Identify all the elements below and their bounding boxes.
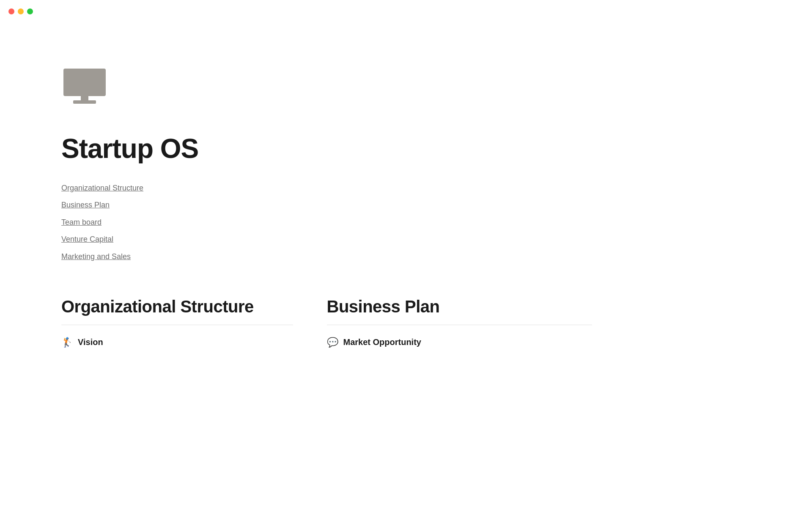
nav-link-business-plan[interactable]: Business Plan xyxy=(61,198,110,212)
section-org-divider xyxy=(61,325,293,325)
section-org-structure: Organizational Structure 🏌️ Vision xyxy=(61,297,327,348)
page-icon xyxy=(61,68,592,108)
nav-link-venture-capital[interactable]: Venture Capital xyxy=(61,232,113,246)
traffic-light-red[interactable] xyxy=(8,8,14,14)
traffic-lights xyxy=(8,8,33,14)
vision-label: Vision xyxy=(78,337,103,347)
nav-link-marketing-sales[interactable]: Marketing and Sales xyxy=(61,250,131,263)
main-content: Startup OS Organizational Structure Busi… xyxy=(0,0,592,382)
section-business-plan-title: Business Plan xyxy=(327,297,593,316)
nav-link-team-board[interactable]: Team board xyxy=(61,215,102,229)
svg-rect-2 xyxy=(81,96,88,100)
sections-grid: Organizational Structure 🏌️ Vision Busin… xyxy=(61,297,592,348)
section-business-item-market[interactable]: 💬 Market Opportunity xyxy=(327,337,593,348)
section-business-divider xyxy=(327,325,593,325)
vision-emoji: 🏌️ xyxy=(61,337,73,348)
nav-links: Organizational Structure Business Plan T… xyxy=(61,181,592,263)
market-opportunity-emoji: 💬 xyxy=(327,337,338,348)
market-opportunity-label: Market Opportunity xyxy=(343,337,421,347)
traffic-light-yellow[interactable] xyxy=(18,8,24,14)
svg-rect-1 xyxy=(66,71,104,94)
page-title: Startup OS xyxy=(61,133,592,164)
nav-link-org-structure[interactable]: Organizational Structure xyxy=(61,181,143,195)
traffic-light-green[interactable] xyxy=(27,8,33,14)
svg-rect-3 xyxy=(73,100,96,104)
section-org-structure-title: Organizational Structure xyxy=(61,297,293,316)
section-business-plan: Business Plan 💬 Market Opportunity xyxy=(327,297,593,348)
section-org-item-vision[interactable]: 🏌️ Vision xyxy=(61,337,293,348)
